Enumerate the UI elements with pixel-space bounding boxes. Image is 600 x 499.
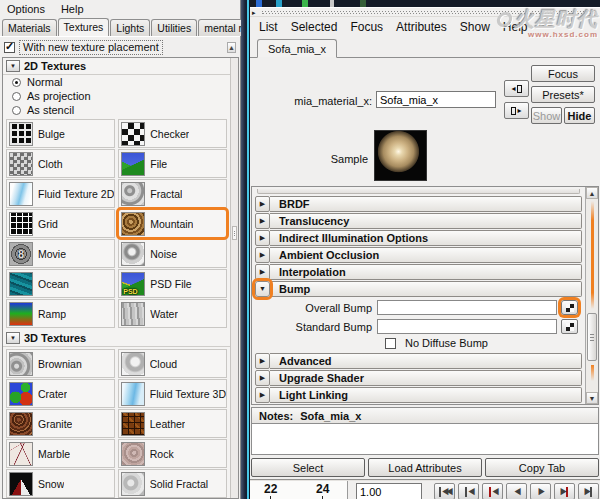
tab-lights[interactable]: Lights	[110, 19, 150, 36]
step-forward-key-button[interactable]: ▶	[554, 483, 575, 499]
texture-list-scrollbar[interactable]	[230, 58, 238, 498]
menu-help[interactable]: Help	[503, 20, 528, 34]
tab-utilities[interactable]: Utilities	[151, 19, 197, 36]
section-translucency[interactable]: ▶Translucency	[255, 213, 582, 229]
bump-expand-arrow-icon[interactable]: ▼	[255, 281, 270, 297]
play-backwards-button[interactable]: ◀	[506, 483, 527, 499]
section-light-linking[interactable]: ▶Light Linking	[255, 387, 582, 403]
texture-item-noise[interactable]: Noise	[118, 239, 227, 268]
menu-focus[interactable]: Focus	[350, 20, 383, 34]
menu-help[interactable]: Help	[61, 3, 84, 15]
texture-item-snow[interactable]: Snow	[6, 469, 115, 498]
texture-item-leather[interactable]: Leather	[118, 409, 227, 438]
tab-textures[interactable]: Textures	[58, 18, 110, 36]
no-diffuse-bump-checkbox[interactable]	[385, 338, 396, 349]
texture-item-file[interactable]: File	[118, 149, 227, 178]
section-advanced[interactable]: ▶Advanced	[255, 353, 582, 369]
texture-item-ocean[interactable]: Ocean	[6, 269, 115, 298]
standard-bump-map-button[interactable]	[561, 319, 578, 334]
texture-item-crater[interactable]: Crater	[6, 379, 115, 408]
standard-bump-input[interactable]	[377, 319, 557, 334]
go-to-start-button[interactable]: ◀◀	[434, 483, 455, 499]
texture-item-marble[interactable]: Marble	[6, 439, 115, 468]
play-forwards-button[interactable]: ▶	[530, 483, 551, 499]
time-ruler[interactable]: 22 24	[250, 481, 348, 499]
section-upgrade-shader[interactable]: ▶Upgrade Shader	[255, 370, 582, 386]
menu-attributes[interactable]: Attributes	[396, 20, 447, 34]
expand-arrow-icon[interactable]: ▶	[255, 196, 270, 212]
load-attributes-button[interactable]: Load Attributes	[368, 458, 482, 477]
texture-item-cloth[interactable]: Cloth	[6, 149, 115, 178]
with-new-texture-placement-checkbox[interactable]	[4, 42, 15, 53]
texture-item-fluid-texture-2d[interactable]: Fluid Texture 2D	[6, 179, 115, 208]
expand-arrow-icon[interactable]: ▶	[255, 264, 270, 280]
texture-item-cloud[interactable]: Cloud	[118, 349, 227, 378]
menu-selected[interactable]: Selected	[291, 20, 338, 34]
texture-item-grid[interactable]: Grid	[6, 209, 115, 238]
focus-button[interactable]: Focus	[531, 65, 595, 82]
hide-button[interactable]: Hide	[564, 107, 595, 124]
texture-item-fractal[interactable]: Fractal	[118, 179, 227, 208]
step-back-key-button[interactable]: ◀	[482, 483, 503, 499]
section-brdf[interactable]: ▶BRDF	[255, 196, 582, 212]
texture-item-movie[interactable]: 8Movie	[6, 239, 115, 268]
copy-tab-button[interactable]: Copy Tab	[485, 458, 599, 477]
attributes-scrollbar[interactable]: ▲ ▼	[585, 187, 598, 404]
input-connection-button[interactable]: ◂	[504, 80, 529, 97]
scroll-up-icon[interactable]: ▲	[586, 187, 598, 199]
texture-item-granite[interactable]: Granite	[6, 409, 115, 438]
section-interpolation[interactable]: ▶Interpolation	[255, 264, 582, 280]
collapse-arrow-icon[interactable]: ▼	[6, 332, 20, 344]
section-bump[interactable]: ▼ Bump	[255, 281, 582, 297]
texture-item-water[interactable]: Water	[118, 299, 227, 328]
play-forwards-icon: ▶	[538, 487, 542, 496]
texture-item-ramp[interactable]: Ramp	[6, 299, 115, 328]
radio-as-projection[interactable]: As projection	[3, 89, 230, 103]
expand-arrow-icon[interactable]: ▶	[255, 230, 270, 246]
tab-materials[interactable]: Materials	[2, 19, 57, 36]
header-button-column: Focus Presets* Show Hide	[531, 65, 595, 124]
section-ambient-occlusion[interactable]: ▶Ambient Occlusion	[255, 247, 582, 263]
expand-arrow-icon[interactable]: ▶	[255, 247, 270, 263]
expand-arrow-icon[interactable]: ▶	[255, 370, 270, 386]
texture-item-checker[interactable]: Checker	[118, 119, 227, 148]
expand-arrow-icon[interactable]: ▶	[255, 353, 270, 369]
texture-item-bulge[interactable]: Bulge	[6, 119, 115, 148]
list-scroll-up-icon[interactable]: ▲	[227, 42, 236, 53]
menu-show[interactable]: Show	[460, 20, 490, 34]
notes-textarea[interactable]	[251, 423, 599, 455]
presets-button[interactable]: Presets*	[531, 86, 595, 103]
texture-item-mountain[interactable]: Mountain	[118, 209, 227, 238]
radio-as-stencil[interactable]: As stencil	[3, 103, 230, 117]
overall-bump-input[interactable]	[377, 300, 557, 315]
collapse-arrow-icon[interactable]: ▼	[6, 60, 20, 72]
radio-normal[interactable]: Normal	[3, 75, 230, 89]
step-back-frame-button[interactable]: ◀	[458, 483, 479, 499]
texture-item-label: Marble	[38, 448, 70, 460]
texture-item-psd-file[interactable]: PSDPSD File	[118, 269, 227, 298]
select-button[interactable]: Select	[251, 458, 365, 477]
menu-list[interactable]: List	[259, 20, 278, 34]
texture-item-solid-fractal[interactable]: Solid Fractal	[118, 469, 227, 498]
show-button[interactable]: Show	[531, 107, 562, 124]
expand-arrow-icon[interactable]: ▶	[255, 387, 270, 403]
section-indirect-illumination-options[interactable]: ▶Indirect Illumination Options	[255, 230, 582, 246]
tab-sofa-mia-x[interactable]: Sofa_mia_x	[257, 39, 337, 58]
scrollbar-grip[interactable]	[232, 226, 237, 240]
texture-item-brownian[interactable]: Brownian	[6, 349, 115, 378]
overall-bump-map-button[interactable]	[561, 300, 578, 315]
scroll-down-icon[interactable]: ▼	[586, 392, 598, 404]
material-name-input[interactable]	[376, 91, 496, 108]
output-connection-button[interactable]: ▸	[504, 102, 529, 119]
playback-speed-input[interactable]	[356, 483, 422, 499]
scrollbar-thumb[interactable]	[587, 313, 597, 361]
step-forward-frame-button[interactable]: ▶	[578, 483, 599, 499]
texture-item-rock[interactable]: Rock	[118, 439, 227, 468]
tearoff-bar[interactable]: ▸	[250, 7, 600, 17]
texture-item-fluid-texture-3d[interactable]: Fluid Texture 3D	[118, 379, 227, 408]
menu-options[interactable]: Options	[7, 3, 45, 15]
grid-swatch-icon	[9, 212, 33, 236]
panel-divider[interactable]	[241, 0, 250, 499]
material-sample-swatch[interactable]	[374, 130, 427, 181]
expand-arrow-icon[interactable]: ▶	[255, 213, 270, 229]
